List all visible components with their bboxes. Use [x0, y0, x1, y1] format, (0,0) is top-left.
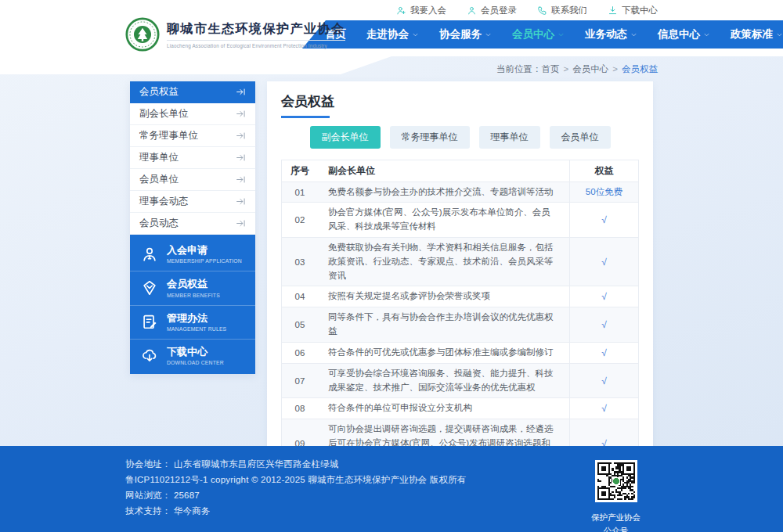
breadcrumb-item-会员中心[interactable]: 会员中心 — [572, 64, 608, 74]
quick-link-subtitle: MEMBERSHIP APPLICATION — [167, 258, 242, 264]
topbar-link-会员登录[interactable]: 会员登录 — [467, 5, 517, 16]
qr-code — [595, 460, 637, 502]
quick-link-text: 入会申请MEMBERSHIP APPLICATION — [167, 244, 242, 264]
table-row: 06符合条件的可优先或优惠参与团体标准主编或参编制修订√ — [282, 342, 638, 363]
logo[interactable]: 聊城市生态环境保护产业协会 Liaocheng Association of E… — [125, 17, 345, 52]
row-benefit: √ — [569, 203, 638, 237]
quick-link-管理办法[interactable]: 管理办法MANAGEMENT RULES — [130, 306, 255, 340]
sidebar-item-常务理事单位[interactable]: 常务理事单位 — [130, 125, 255, 147]
qr-caption-line: 保护产业协会 — [591, 511, 640, 524]
arrow-to-bar-icon — [236, 153, 246, 163]
quick-link-text: 管理办法MANAGEMENT RULES — [167, 312, 226, 332]
row-description: 符合条件的单位可申报设立分支机构 — [318, 398, 569, 419]
site-subtitle: Liaocheng Association of Ecological Envi… — [167, 40, 345, 49]
sidebar-item-副会长单位[interactable]: 副会长单位 — [130, 103, 255, 125]
arrow-to-bar-icon — [236, 196, 246, 207]
nav-item-label: 会员中心 — [512, 27, 554, 41]
site-header: 我要入会会员登录联系我们下载中心 首页走进协会协会服务会员中心业务动态信息中心政… — [0, 0, 783, 56]
breadcrumb-item-首页[interactable]: 首页 — [542, 64, 560, 74]
quick-link-入会申请[interactable]: 入会申请MEMBERSHIP APPLICATION — [130, 238, 255, 271]
benefit-check: √ — [601, 376, 607, 386]
row-description: 按照有关规定提名或参评协会荣誉或奖项 — [318, 286, 569, 307]
sidebar-item-label: 理事单位 — [139, 151, 179, 164]
qr-caption: 保护产业协会公众号 — [591, 511, 640, 532]
benefit-check: √ — [601, 257, 607, 268]
arrow-to-bar-icon — [236, 131, 246, 141]
row-description: 可享受协会综合环境咨询服务、投融资、能力提升、科技成果鉴定、技术推广、国际交流等… — [318, 364, 569, 398]
benefit-check: √ — [601, 319, 607, 330]
footer-line: 协会地址： 山东省聊城市东昌府区兴华西路金柱绿城 — [125, 458, 467, 470]
sidebar-item-label: 副会长单位 — [139, 107, 189, 120]
topbar-link-联系我们[interactable]: 联系我们 — [537, 5, 587, 16]
tab-副会长单位[interactable]: 副会长单位 — [310, 126, 381, 149]
nav-item-label: 政策标准 — [731, 27, 773, 41]
sidebar-item-理事单位[interactable]: 理事单位 — [130, 147, 255, 169]
tab-常务理事单位[interactable]: 常务理事单位 — [390, 126, 470, 149]
quick-link-title: 管理办法 — [167, 312, 226, 325]
quick-link-会员权益[interactable]: 会员权益MEMBER BENEFITS — [130, 271, 255, 305]
breadcrumb-prefix: 当前位置： — [496, 64, 542, 74]
row-benefit: √ — [569, 286, 638, 307]
nav-item-协会服务[interactable]: 协会服务 — [429, 20, 502, 49]
sidebar-menu: 会员权益副会长单位常务理事单位理事单位会员单位理事会动态会员动态 — [130, 81, 255, 235]
table-row: 08符合条件的单位可申报设立分支机构√ — [282, 397, 638, 419]
quick-link-subtitle: MEMBER BENEFITS — [167, 293, 220, 298]
row-benefit: 50位免费 — [569, 182, 638, 203]
footer: 协会地址： 山东省聊城市东昌府区兴华西路金柱绿城鲁ICP11021212号-1 … — [0, 446, 783, 532]
sidebar-item-会员权益[interactable]: 会员权益 — [130, 81, 255, 103]
row-description: 免费获取协会有关刊物、学术资料和相关信息服务，包括政策资讯、行业动态、专家观点、… — [318, 238, 569, 286]
topbar-link-下载中心[interactable]: 下载中心 — [608, 5, 658, 16]
sidebar-item-label: 会员单位 — [139, 173, 179, 186]
quick-link-text: 下载中心DOWNLOAD CENTER — [167, 346, 224, 365]
nav-item-政策标准[interactable]: 政策标准 — [720, 20, 783, 49]
table-row: 01免费名额参与协会主办的技术推介交流、专题培训等活动50位免费 — [282, 182, 638, 203]
nav-item-信息中心[interactable]: 信息中心 — [648, 20, 720, 49]
arrow-to-bar-icon — [236, 87, 246, 97]
topbar-link-label: 下载中心 — [622, 5, 658, 16]
quick-link-title: 入会申请 — [167, 244, 242, 257]
tab-会员单位[interactable]: 会员单位 — [550, 126, 611, 149]
table-row: 03免费获取协会有关刊物、学术资料和相关信息服务，包括政策资讯、行业动态、专家观… — [282, 237, 638, 286]
topbar-link-label: 联系我们 — [551, 5, 587, 16]
table-header-no: 序号 — [282, 160, 318, 182]
quick-link-下载中心[interactable]: 下载中心DOWNLOAD CENTER — [130, 340, 255, 372]
tab-理事单位[interactable]: 理事单位 — [479, 126, 540, 149]
member-add-icon — [396, 5, 406, 16]
row-number: 07 — [282, 364, 318, 398]
benefit-link[interactable]: 50位免费 — [586, 186, 622, 198]
sidebar-item-label: 会员权益 — [139, 85, 179, 99]
nav-item-会员中心[interactable]: 会员中心 — [502, 20, 575, 49]
topbar-link-我要入会[interactable]: 我要入会 — [396, 5, 446, 16]
sidebar-item-会员动态[interactable]: 会员动态 — [130, 213, 255, 235]
quick-link-subtitle: MANAGEMENT RULES — [167, 326, 226, 332]
benefit-check: √ — [601, 403, 607, 414]
table-row: 04按照有关规定提名或参评协会荣誉或奖项√ — [282, 286, 638, 307]
breadcrumb-separator: > — [564, 64, 569, 74]
page-title: 会员权益 — [281, 92, 639, 110]
row-description: 免费名额参与协会主办的技术推介交流、专题培训等活动 — [318, 182, 569, 203]
sidebar-item-会员单位[interactable]: 会员单位 — [130, 169, 255, 191]
nav-item-label: 协会服务 — [439, 27, 482, 41]
row-number: 01 — [282, 182, 318, 203]
row-benefit: √ — [569, 364, 638, 398]
footer-line: 鲁ICP11021212号-1 copyright © 2012-2025 聊城… — [125, 474, 467, 486]
benefit-check: √ — [601, 291, 607, 302]
arrow-to-bar-icon — [236, 109, 246, 119]
topbar-link-label: 会员登录 — [481, 5, 517, 16]
row-number: 08 — [282, 398, 318, 419]
nav-item-走进协会[interactable]: 走进协会 — [356, 20, 429, 49]
qr-caption-line: 公众号 — [591, 524, 640, 532]
footer-line: 技术支持： 华今商务 — [125, 505, 467, 517]
row-number: 06 — [282, 343, 318, 363]
clipboard-icon — [141, 313, 158, 330]
breadcrumb: 当前位置：首页>会员中心>会员权益 — [125, 63, 658, 75]
topbar: 我要入会会员登录联系我们下载中心 — [0, 0, 783, 20]
table-row: 07可享受协会综合环境咨询服务、投融资、能力提升、科技成果鉴定、技术推广、国际交… — [282, 363, 638, 398]
breadcrumb-item-会员权益[interactable]: 会员权益 — [622, 64, 658, 74]
nav-item-label: 业务动态 — [585, 27, 627, 41]
nav-item-业务动态[interactable]: 业务动态 — [575, 20, 648, 49]
association-logo-icon — [125, 17, 160, 52]
sidebar-item-label: 常务理事单位 — [139, 129, 198, 142]
sidebar-item-理事会动态[interactable]: 理事会动态 — [130, 191, 255, 213]
phone-icon — [537, 5, 547, 16]
